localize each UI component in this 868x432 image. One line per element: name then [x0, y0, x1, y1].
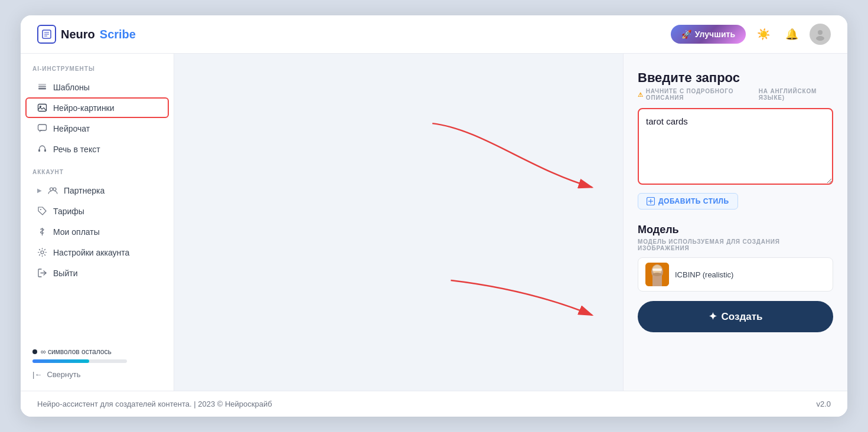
svg-rect-6: [38, 88, 46, 90]
create-label: Создать: [722, 311, 763, 323]
sidebar-neuro-images-label: Нейро-картинки: [53, 103, 115, 113]
model-title: Модель: [638, 224, 833, 236]
sidebar-item-tariffs[interactable]: Тарифы: [25, 201, 169, 221]
svg-point-10: [40, 106, 41, 107]
right-panel: Введите запрос ⚠ НАЧНИТЕ С ПОДРОБНОГО ОП…: [623, 54, 847, 391]
sidebar-section-account: АККАУНТ ▶ Партнерка: [21, 169, 174, 283]
layers-icon: [37, 82, 47, 92]
sidebar-item-neuro-images[interactable]: Нейро-картинки: [25, 97, 169, 118]
logo-scribe: Scribe: [100, 28, 136, 41]
logo-neuro: Neuro: [61, 28, 95, 41]
add-style-button[interactable]: добавить стиль: [638, 193, 738, 210]
sidebar-tariffs-label: Тарифы: [53, 207, 84, 216]
sidebar-section-ai: AI-ИНСТРУМЕНТЫ Шаблоны: [21, 66, 174, 159]
sidebar-item-settings[interactable]: Настройки аккаунта: [25, 242, 169, 263]
sidebar-item-speech[interactable]: Речь в текст: [25, 139, 169, 159]
partner-icon: [48, 185, 58, 195]
symbols-dot: [32, 349, 37, 354]
avatar[interactable]: [810, 24, 831, 45]
footer-version: v2.0: [816, 400, 831, 408]
main-content: AI-ИНСТРУМЕНТЫ Шаблоны: [21, 54, 847, 391]
collapse-label: Свернуть: [47, 370, 80, 379]
symbols-label: ∞ символов осталось: [41, 348, 112, 356]
logo: NeuroScribe: [37, 25, 136, 44]
create-icon: ✦: [709, 310, 717, 323]
subtitle-note: НА АНГЛИЙСКОМ ЯЗЫКЕ): [759, 88, 833, 101]
panel-subtitle: ⚠ НАЧНИТЕ С ПОДРОБНОГО ОПИСАНИЯ НА АНГЛИ…: [638, 88, 833, 101]
warning-icon: ⚠: [638, 91, 644, 98]
header-right: 🚀 Улучшить ☀️ 🔔: [671, 24, 831, 45]
sidebar-logout-label: Выйти: [53, 269, 77, 278]
model-selector[interactable]: ICBINP (realistic): [638, 257, 833, 292]
svg-rect-12: [38, 149, 40, 152]
sidebar-payments-label: Мои оплаты: [53, 227, 100, 237]
sidebar-item-partner[interactable]: ▶ Партнерка: [25, 180, 169, 201]
bell-button[interactable]: 🔔: [781, 24, 802, 45]
add-style-label: добавить стиль: [658, 197, 729, 205]
subtitle-text: НАЧНИТЕ С ПОДРОБНОГО ОПИСАНИЯ: [646, 88, 756, 101]
sidebar-section-ai-label: AI-ИНСТРУМЕНТЫ: [21, 66, 174, 77]
footer: Нейро-ассистент для создателей контента.…: [21, 391, 847, 417]
svg-rect-11: [38, 125, 47, 130]
svg-point-16: [40, 209, 41, 210]
query-textarea[interactable]: tarot cards: [638, 108, 833, 185]
symbols-row: ∞ символов осталось: [32, 348, 162, 356]
svg-rect-9: [38, 104, 47, 112]
collapse-button[interactable]: |← Свернуть: [32, 363, 162, 379]
sun-button[interactable]: ☀️: [753, 24, 774, 45]
annotation-arrows: [174, 54, 623, 391]
sidebar: AI-ИНСТРУМЕНТЫ Шаблоны: [21, 54, 174, 391]
header: NeuroScribe 🚀 Улучшить ☀️ 🔔: [21, 15, 847, 54]
chat-icon: [37, 123, 47, 133]
footer-copyright: Нейро-ассистент для создателей контента.…: [37, 400, 272, 408]
svg-point-18: [41, 251, 44, 254]
svg-point-15: [53, 188, 56, 191]
center-area: [174, 54, 623, 391]
sidebar-item-payments[interactable]: Мои оплаты: [25, 221, 169, 242]
dollar-icon: [37, 227, 47, 237]
svg-point-5: [816, 36, 824, 41]
sun-icon: ☀️: [757, 28, 770, 41]
image-icon: [37, 103, 47, 113]
logo-icon: [37, 25, 56, 44]
expand-icon: ▶: [37, 187, 42, 194]
create-button[interactable]: ✦ Создать: [638, 301, 833, 332]
sidebar-item-logout[interactable]: Выйти: [25, 263, 169, 283]
sidebar-templates-label: Шаблоны: [53, 83, 90, 92]
svg-rect-7: [38, 86, 46, 88]
upgrade-rocket-icon: 🚀: [681, 30, 691, 39]
sidebar-neuro-chat-label: Нейрочат: [53, 124, 90, 133]
model-subtitle: МОДЕЛЬ ИСПОЛЬЗУЕМАЯ ДЛЯ СОЗДАНИЯ ИЗОБРАЖ…: [638, 238, 833, 251]
app-window: NeuroScribe 🚀 Улучшить ☀️ 🔔: [21, 15, 847, 417]
sidebar-settings-label: Настройки аккаунта: [53, 248, 129, 257]
svg-point-14: [50, 188, 53, 191]
upgrade-label: Улучшить: [695, 30, 735, 39]
sidebar-speech-label: Речь в текст: [53, 145, 100, 154]
sidebar-item-templates[interactable]: Шаблоны: [25, 77, 169, 97]
svg-point-4: [818, 30, 823, 35]
sidebar-partner-label: Партнерка: [64, 186, 105, 195]
bell-icon: 🔔: [785, 28, 798, 41]
svg-point-29: [652, 273, 662, 276]
tag-icon: [37, 206, 47, 216]
svg-rect-8: [38, 84, 46, 86]
model-section: Модель МОДЕЛЬ ИСПОЛЬЗУЕМАЯ ДЛЯ СОЗДАНИЯ …: [638, 224, 833, 332]
svg-rect-30: [652, 269, 662, 271]
sidebar-item-neuro-chat[interactable]: Нейрочат: [25, 118, 169, 139]
settings-icon: [37, 247, 47, 257]
panel-title: Введите запрос: [638, 70, 833, 86]
logout-icon: [37, 268, 47, 278]
collapse-icon: |←: [32, 370, 42, 379]
sidebar-section-account-label: АККАУНТ: [21, 169, 174, 180]
headphone-icon: [37, 144, 47, 154]
upgrade-button[interactable]: 🚀 Улучшить: [671, 25, 746, 44]
model-thumbnail: [645, 263, 669, 286]
model-name: ICBINP (realistic): [675, 270, 733, 279]
sidebar-bottom: ∞ символов осталось |← Свернуть: [21, 338, 174, 379]
svg-rect-13: [44, 149, 46, 152]
